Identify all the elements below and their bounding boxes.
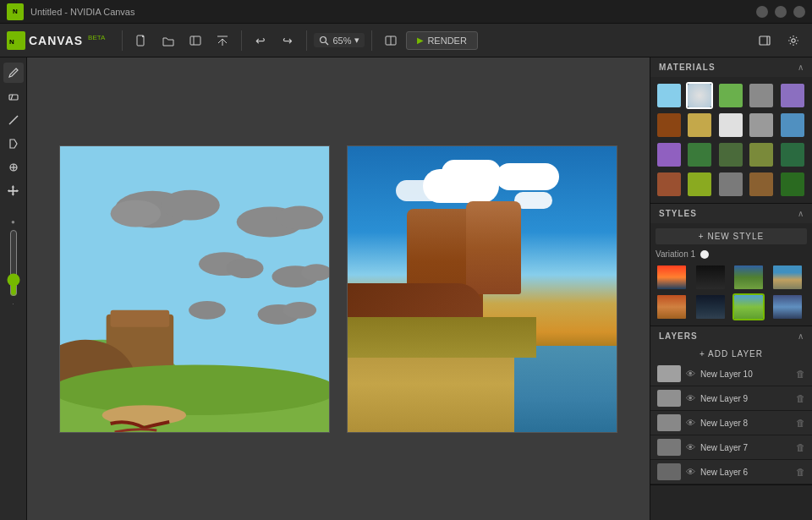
layer-visibility-7[interactable]: 👁 xyxy=(686,442,695,452)
layer-item-10[interactable]: 👁New Layer 10🗑 xyxy=(650,362,812,386)
svg-point-22 xyxy=(111,200,162,227)
layer-item-7[interactable]: 👁New Layer 7🗑 xyxy=(650,435,812,460)
new-file-button[interactable] xyxy=(129,29,153,52)
layer-item-8[interactable]: 👁New Layer 8🗑 xyxy=(650,411,812,435)
material-item-olive[interactable] xyxy=(748,141,775,168)
style-thumb-style-photo[interactable] xyxy=(771,264,804,291)
layer-visibility-6[interactable]: 👁 xyxy=(686,467,695,477)
svg-point-26 xyxy=(227,258,264,278)
toolbar-separator-2 xyxy=(241,30,242,51)
layers-list: 👁New Layer 10🗑👁New Layer 9🗑👁New Layer 8🗑… xyxy=(650,362,812,484)
layer-visibility-8[interactable]: 👁 xyxy=(686,418,695,428)
material-item-purple-material[interactable] xyxy=(779,82,806,109)
svg-point-24 xyxy=(276,205,323,229)
svg-rect-10 xyxy=(760,36,770,45)
layer-item-6[interactable]: 👁New Layer 6🗑 xyxy=(650,460,812,484)
style-thumb-style-moody[interactable] xyxy=(694,293,727,320)
layer-name-6: New Layer 6 xyxy=(700,468,791,477)
materials-section: MATERIALS ∧ xyxy=(650,57,812,204)
material-item-yellow-green[interactable] xyxy=(686,171,713,198)
move-tool[interactable] xyxy=(3,181,24,201)
material-item-sand[interactable] xyxy=(686,112,713,139)
fill-tool[interactable] xyxy=(3,134,24,154)
material-item-sky[interactable] xyxy=(656,82,683,109)
toolbar-right-actions xyxy=(753,29,805,52)
svg-line-15 xyxy=(9,116,18,124)
svg-rect-2 xyxy=(190,36,200,45)
materials-header[interactable]: MATERIALS ∧ xyxy=(650,57,812,77)
material-item-brown-soil[interactable] xyxy=(656,112,683,139)
style-thumb-style-bright[interactable] xyxy=(732,293,765,320)
layer-delete-9[interactable]: 🗑 xyxy=(796,393,805,403)
color-picker-tool[interactable] xyxy=(3,157,24,178)
redo-button[interactable]: ↪ xyxy=(276,29,299,52)
layers-title: LAYERS xyxy=(659,331,698,341)
toolbar: N CANVAS BETA ↩ ↪ 65% ▾ ▶ RENDER xyxy=(0,24,812,57)
eraser-tool[interactable] xyxy=(3,86,24,107)
layer-thumbnail-6 xyxy=(657,463,681,480)
material-item-mountain[interactable] xyxy=(748,112,775,139)
material-item-water-blue[interactable] xyxy=(779,112,806,139)
material-item-red-brown[interactable] xyxy=(656,171,683,198)
style-thumb-style-sunset[interactable] xyxy=(656,264,688,291)
material-item-snow[interactable] xyxy=(717,112,744,139)
open-file-button[interactable] xyxy=(156,29,180,52)
line-tool[interactable] xyxy=(3,110,24,130)
render-button[interactable]: ▶ RENDER xyxy=(406,31,477,50)
canvas-view-button[interactable] xyxy=(379,29,403,52)
layers-header[interactable]: LAYERS ∧ xyxy=(650,326,812,346)
material-item-brown2[interactable] xyxy=(748,171,775,198)
material-item-dark-green[interactable] xyxy=(686,141,713,168)
render-play-icon: ▶ xyxy=(417,36,424,45)
new-style-button[interactable]: + NEW STYLE xyxy=(656,228,807,244)
material-item-cloud-material[interactable] xyxy=(686,82,713,109)
material-item-purple2[interactable] xyxy=(656,141,683,168)
title-bar: N Untitled - NVIDIA Canvas xyxy=(0,0,812,24)
svg-line-14 xyxy=(11,95,13,100)
minimize-button[interactable] xyxy=(756,6,768,18)
drawing-canvas[interactable] xyxy=(59,145,330,433)
material-item-grey-rock[interactable] xyxy=(717,171,744,198)
undo-button[interactable]: ↩ xyxy=(249,29,272,52)
layer-delete-8[interactable]: 🗑 xyxy=(796,418,805,428)
styles-header[interactable]: STYLES ∧ xyxy=(650,204,812,223)
window-controls xyxy=(756,6,805,18)
panel-toggle-button[interactable] xyxy=(753,29,776,52)
layer-delete-10[interactable]: 🗑 xyxy=(796,369,805,379)
svg-point-12 xyxy=(792,38,795,41)
material-item-grass-green[interactable] xyxy=(717,82,744,109)
add-layer-button[interactable]: + ADD LAYER xyxy=(700,349,763,359)
style-thumb-style-dramatic[interactable] xyxy=(771,293,804,320)
layer-visibility-9[interactable]: 👁 xyxy=(686,393,695,403)
layer-visibility-10[interactable]: 👁 xyxy=(686,369,695,379)
grass-render xyxy=(348,317,536,357)
brush-size-slider[interactable] xyxy=(5,229,22,297)
material-item-stone-grey[interactable] xyxy=(748,82,775,109)
style-thumb-style-nature[interactable] xyxy=(732,264,765,291)
cloud-render-2 xyxy=(442,160,501,185)
style-thumb-style-warm[interactable] xyxy=(656,293,688,320)
style-thumb-style-dark[interactable] xyxy=(694,264,727,291)
svg-text:N: N xyxy=(9,38,14,46)
layer-thumbnail-7 xyxy=(657,439,681,456)
nvidia-icon: N xyxy=(7,3,24,20)
material-item-dark-water[interactable] xyxy=(779,141,806,168)
layer-name-10: New Layer 10 xyxy=(700,369,791,379)
layer-item-9[interactable]: 👁New Layer 9🗑 xyxy=(650,386,812,411)
material-item-dark-tree[interactable] xyxy=(717,141,744,168)
close-button[interactable] xyxy=(793,6,805,18)
import-button[interactable] xyxy=(184,29,207,52)
settings-button[interactable] xyxy=(782,29,805,52)
toolbar-separator-4 xyxy=(371,30,372,51)
layer-name-8: New Layer 8 xyxy=(700,419,791,428)
material-item-dark-grass[interactable] xyxy=(779,171,806,198)
brush-tool[interactable] xyxy=(3,63,24,83)
rock-butte-secondary xyxy=(466,201,521,294)
svg-line-7 xyxy=(326,42,328,45)
zoom-control[interactable]: 65% ▾ xyxy=(314,33,365,47)
cloud-render-4 xyxy=(496,163,559,190)
layer-delete-7[interactable]: 🗑 xyxy=(796,442,805,452)
maximize-button[interactable] xyxy=(775,6,787,18)
export-button[interactable] xyxy=(211,29,234,52)
layer-delete-6[interactable]: 🗑 xyxy=(796,467,805,477)
